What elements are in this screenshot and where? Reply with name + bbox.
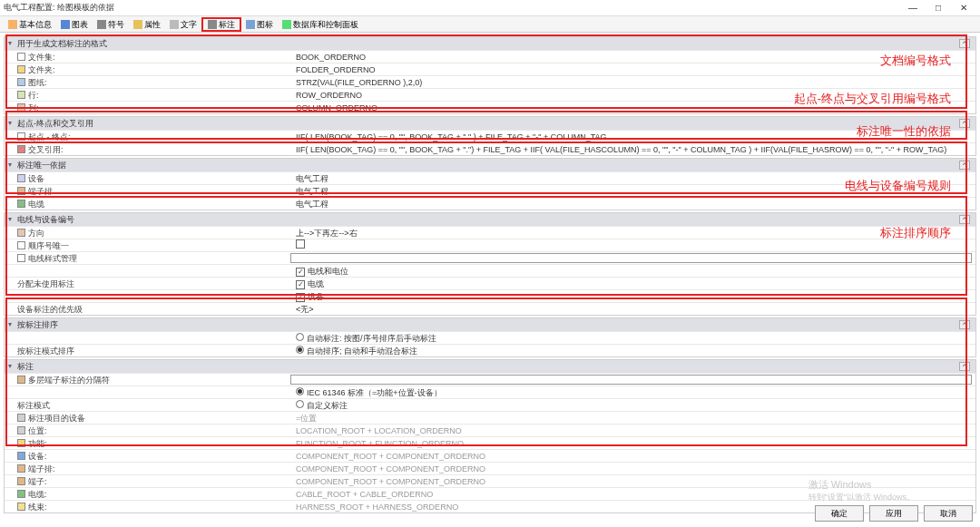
cancel-button[interactable]: 取消 [924, 505, 973, 522]
order-icon [17, 241, 25, 249]
multilevel-icon [17, 376, 25, 384]
collapse-button[interactable]: ^ [959, 119, 970, 128]
tab-basic[interactable]: 基本信息 [4, 17, 56, 32]
radio-iec[interactable] [296, 387, 304, 395]
location-icon [17, 426, 25, 434]
section-header[interactable]: ▾电线与设备编号^ [5, 213, 975, 226]
section-header[interactable]: ▾用于生成文档标注的格式^ [5, 37, 975, 50]
caret-icon: ▾ [8, 159, 15, 171]
mark-icon [208, 20, 217, 29]
row-multilevel[interactable]: 多层端子标注的分隔符 [5, 373, 975, 385]
row-cable[interactable]: 电缆电气工程 [5, 197, 975, 210]
caret-icon: ▾ [8, 360, 15, 373]
row-device[interactable]: 设备电气工程 [5, 171, 975, 184]
checkbox-wire[interactable]: ✓ [296, 268, 305, 277]
footer: 确定 应用 取消 [815, 505, 973, 522]
window-title: 电气工程配置: 绘图模板的依据 [4, 2, 900, 14]
sheet-icon [17, 78, 25, 86]
checkbox-order[interactable] [296, 239, 305, 249]
watermark: 激活 Windows 转到"设置"以激活 Windows。 [808, 478, 915, 503]
row-folder[interactable]: 文件夹:FOLDER_ORDERNO [5, 63, 975, 75]
tab-control[interactable]: 数据库和控制面板 [278, 17, 363, 32]
collapse-button[interactable]: ^ [959, 320, 970, 329]
radio-custom[interactable] [296, 400, 304, 408]
row-sortmode1: 自动标注: 按图/序号排序后手动标注 [5, 331, 975, 344]
row-origin[interactable]: 起点 - 终点:IIF( LEN(BOOK_TAG) == 0, "", BOO… [5, 130, 975, 142]
row-location[interactable]: 位置:LOCATION_ROOT + LOCATION_ORDERNO [5, 424, 975, 436]
function-icon [17, 439, 25, 447]
section-header[interactable]: ▾标注^ [5, 360, 975, 373]
tab-chart[interactable]: 图表 [56, 17, 93, 32]
section-header[interactable]: ▾起点-终点和交叉引用^ [5, 117, 975, 130]
row-tagmode2: 标注模式自定义标注 [5, 398, 975, 411]
tab-pic[interactable]: 图标 [241, 17, 278, 32]
radio-auto1[interactable] [296, 333, 304, 341]
collapse-button[interactable]: ^ [959, 39, 970, 48]
device-icon [17, 174, 25, 182]
section-unique: ▾标注唯一依据^ 设备电气工程 端子排电气工程 电缆电气工程 [4, 158, 976, 210]
tab-symbol[interactable]: 符号 [93, 17, 129, 32]
row-function[interactable]: 功能:FUNCTION_ROOT + FUNCTION_ORDERNO [5, 436, 975, 449]
toolbar: 基本信息 图表 符号 属性 文字 标注 图标 数据库和控制面板 [0, 16, 980, 33]
section-sort: ▾按标注排序^ 自动标注: 按图/序号排序后手动标注 按标注模式排序自动排序; … [4, 317, 976, 357]
section-header[interactable]: ▾按标注排序^ [5, 318, 975, 331]
apply-button[interactable]: 应用 [869, 505, 918, 522]
row-order-unique[interactable]: 顺序号唯一 [5, 239, 975, 251]
row-termstrip[interactable]: 端子排:COMPONENT_ROOT + COMPONENT_ORDERNO [5, 462, 975, 474]
tab-attr[interactable]: 属性 [129, 17, 165, 32]
folder-icon [17, 65, 25, 73]
termstrip-icon [17, 464, 25, 473]
row-priority[interactable]: 设备标注的优先级<无> [5, 302, 975, 315]
section-doc-format: ▾用于生成文档标注的格式^ 文件集:BOOK_ORDERNO 文件夹:FOLDE… [4, 36, 976, 114]
term2-icon [17, 477, 25, 485]
pic-icon [246, 20, 255, 29]
section-wire-numbering: ▾电线与设备编号^ 方向上-->下再左-->右 顺序号唯一 电线样式管理 ✓电线… [4, 212, 976, 316]
row-icon [17, 91, 25, 99]
tab-mark[interactable]: 标注 [201, 17, 241, 32]
row-row[interactable]: 行:ROW_ORDERNO [5, 88, 975, 101]
collapse-button[interactable]: ^ [959, 215, 970, 224]
maximize-button[interactable]: □ [926, 1, 951, 15]
row-col[interactable]: 列:COLUMN_ORDERNO [5, 101, 975, 113]
radio-auto2[interactable] [296, 346, 304, 354]
row-device2[interactable]: 设备:COMPONENT_ROOT + COMPONENT_ORDERNO [5, 449, 975, 462]
origin-icon [17, 132, 25, 141]
terminal-icon [17, 187, 25, 195]
row-proj[interactable]: 标注项目的设备=位置 [5, 411, 975, 424]
caret-icon: ▾ [8, 318, 15, 331]
direction-icon [17, 229, 25, 237]
ok-button[interactable]: 确定 [815, 505, 864, 522]
proj-icon [17, 414, 25, 422]
collapse-button[interactable]: ^ [959, 161, 970, 170]
minimize-button[interactable]: — [900, 1, 926, 15]
tab-text[interactable]: 文字 [165, 17, 201, 32]
symbol-icon [97, 20, 106, 29]
caret-icon: ▾ [8, 213, 15, 226]
row-tagmode1: IEC 61346 标准（=功能+位置-设备） [5, 385, 975, 398]
checkbox-cable[interactable]: ✓ [296, 280, 305, 289]
control-icon [282, 20, 291, 29]
row-sheet[interactable]: 图纸:STRZ(VAL(FILE_ORDERNO ),2,0) [5, 75, 975, 88]
xref-icon [17, 145, 25, 153]
wirestyle-icon [17, 254, 25, 262]
row-xref[interactable]: 交叉引用:IIF( LEN(BOOK_TAG) == 0, "", BOOK_T… [5, 142, 975, 155]
row-book[interactable]: 文件集:BOOK_ORDERNO [5, 50, 975, 63]
row-terminal[interactable]: 端子排电气工程 [5, 184, 975, 197]
wire-style-input[interactable] [290, 253, 972, 263]
col-icon [17, 103, 25, 112]
caret-icon: ▾ [8, 117, 15, 130]
checkbox-device[interactable]: ✓ [296, 293, 305, 302]
multilevel-input[interactable] [290, 375, 972, 385]
row-alloc3: ✓设备 [5, 289, 975, 302]
row-wire-style[interactable]: 电线样式管理 [5, 251, 975, 264]
chart-icon [61, 20, 70, 29]
section-header[interactable]: ▾标注唯一依据^ [5, 159, 975, 171]
row-direction[interactable]: 方向上-->下再左-->右 [5, 226, 975, 239]
text-icon [170, 20, 179, 29]
cable2-icon [17, 490, 25, 498]
caret-icon: ▾ [8, 37, 15, 50]
collapse-button[interactable]: ^ [959, 362, 970, 371]
close-button[interactable]: ✕ [951, 1, 976, 15]
content: ▾用于生成文档标注的格式^ 文件集:BOOK_ORDERNO 文件夹:FOLDE… [0, 33, 980, 519]
book-icon [17, 53, 25, 61]
